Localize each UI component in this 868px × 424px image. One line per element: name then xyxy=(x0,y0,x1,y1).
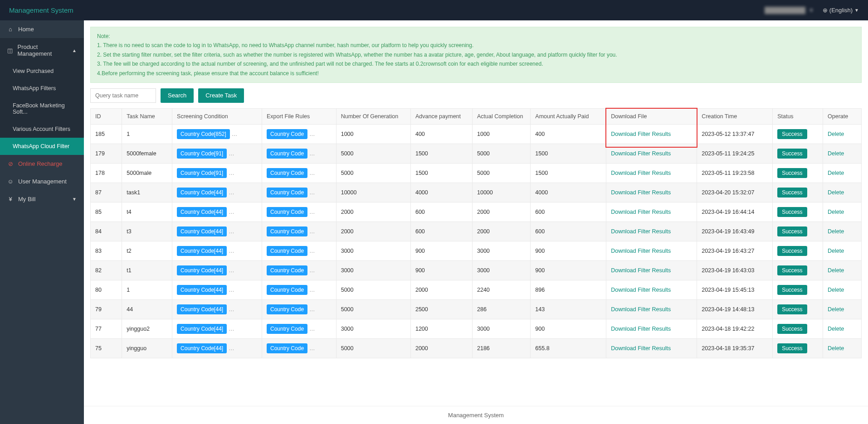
nav-various-account-filters[interactable]: Various Account Filters xyxy=(0,120,84,138)
cell-task: t1 xyxy=(122,260,172,280)
cell-screening: Country Code[44]… xyxy=(172,319,262,338)
create-task-button[interactable]: Create Task xyxy=(198,88,244,103)
delete-link[interactable]: Delete xyxy=(828,170,844,176)
cell-status: Success xyxy=(773,338,823,358)
export-tag[interactable]: Country Code xyxy=(267,324,307,334)
screening-tag[interactable]: Country Code[91] xyxy=(177,149,227,159)
delete-link[interactable]: Delete xyxy=(828,131,844,137)
screening-tag[interactable]: Country Code[44] xyxy=(177,265,227,275)
screening-tag[interactable]: Country Code[852] xyxy=(177,129,230,139)
export-tag[interactable]: Country Code xyxy=(267,285,307,295)
delete-link[interactable]: Delete xyxy=(828,267,844,274)
screening-tag[interactable]: Country Code[44] xyxy=(177,324,227,334)
cell-download: Download Filter Results xyxy=(606,280,697,299)
chevron-up-icon: ▲ xyxy=(72,48,77,53)
screening-tag[interactable]: Country Code[44] xyxy=(177,285,227,295)
nav-home[interactable]: ⌂ Home xyxy=(0,20,84,38)
cell-download: Download Filter Results xyxy=(606,338,697,358)
ellipsis-icon: … xyxy=(309,267,315,274)
screening-tag[interactable]: Country Code[44] xyxy=(177,207,227,217)
cell-act: 5000 xyxy=(473,144,531,163)
cell-time: 2023-05-11 19:23:58 xyxy=(697,163,773,183)
cell-operate: Delete xyxy=(823,183,862,202)
status-badge: Success xyxy=(777,168,807,178)
col-download-file: Download File xyxy=(606,108,697,124)
table-row: 83t2Country Code[44]…Country Code…300090… xyxy=(91,241,862,260)
nav-facebook-marketing[interactable]: FaceBook Marketing Soft... xyxy=(0,97,84,120)
download-filter-results-link[interactable]: Download Filter Results xyxy=(611,267,671,274)
nav-label: WhatsApp Cloud Filter xyxy=(13,143,69,149)
delete-link[interactable]: Delete xyxy=(828,306,844,313)
screening-tag[interactable]: Country Code[44] xyxy=(177,246,227,256)
delete-link[interactable]: Delete xyxy=(828,248,844,254)
export-tag[interactable]: Country Code xyxy=(267,188,307,198)
export-tag[interactable]: Country Code xyxy=(267,265,307,275)
download-filter-results-link[interactable]: Download Filter Results xyxy=(611,306,671,313)
cell-download: Download Filter Results xyxy=(606,260,697,280)
nav-whatsapp-cloud-filter[interactable]: WhatsApp Cloud Filter xyxy=(0,138,84,155)
export-tag[interactable]: Country Code xyxy=(267,343,307,353)
screening-tag[interactable]: Country Code[44] xyxy=(177,226,227,236)
delete-link[interactable]: Delete xyxy=(828,189,844,196)
delete-link[interactable]: Delete xyxy=(828,345,844,352)
download-filter-results-link[interactable]: Download Filter Results xyxy=(611,345,671,352)
screening-tag[interactable]: Country Code[91] xyxy=(177,168,227,178)
nav-view-purchased[interactable]: View Purchased xyxy=(0,63,84,80)
nav-whatsapp-filters[interactable]: WhatsApp Filters xyxy=(0,80,84,97)
nav-product-management[interactable]: ◫ Product Management ▲ xyxy=(0,38,84,63)
screening-tag[interactable]: Country Code[44] xyxy=(177,343,227,353)
cell-adv: 2500 xyxy=(410,299,472,319)
search-button[interactable]: Search xyxy=(161,88,194,103)
nav-user-management[interactable]: ☺ User Management xyxy=(0,173,84,190)
cell-time: 2023-04-19 16:44:14 xyxy=(697,202,773,222)
ellipsis-icon: … xyxy=(229,170,234,176)
export-tag[interactable]: Country Code xyxy=(267,149,307,159)
user-menu[interactable]: ▼ xyxy=(765,7,814,14)
cell-screening: Country Code[44]… xyxy=(172,338,262,358)
cell-status: Success xyxy=(773,163,823,183)
col-status: Status xyxy=(773,108,823,124)
download-filter-results-link[interactable]: Download Filter Results xyxy=(611,287,671,293)
export-tag[interactable]: Country Code xyxy=(267,304,307,314)
delete-link[interactable]: Delete xyxy=(828,150,844,157)
language-selector[interactable]: ⊕ (English) ▼ xyxy=(823,7,859,14)
cell-operate: Delete xyxy=(823,241,862,260)
export-tag[interactable]: Country Code xyxy=(267,129,307,139)
download-filter-results-link[interactable]: Download Filter Results xyxy=(611,228,671,235)
table-row: 801Country Code[44]…Country Code…5000200… xyxy=(91,280,862,299)
cell-download: Download Filter Results xyxy=(606,124,697,144)
ellipsis-icon: … xyxy=(229,345,234,352)
nav-my-bill[interactable]: ¥ My Bill ▼ xyxy=(0,190,84,208)
ellipsis-icon: … xyxy=(309,248,315,254)
delete-link[interactable]: Delete xyxy=(828,287,844,293)
download-filter-results-link[interactable]: Download Filter Results xyxy=(611,131,671,137)
export-tag[interactable]: Country Code xyxy=(267,207,307,217)
download-filter-results-link[interactable]: Download Filter Results xyxy=(611,248,671,254)
download-filter-results-link[interactable]: Download Filter Results xyxy=(611,326,671,332)
download-filter-results-link[interactable]: Download Filter Results xyxy=(611,189,671,196)
download-filter-results-link[interactable]: Download Filter Results xyxy=(611,150,671,157)
cell-status: Success xyxy=(773,202,823,222)
screening-tag[interactable]: Country Code[44] xyxy=(177,304,227,314)
cell-export: Country Code… xyxy=(262,319,336,338)
cell-export: Country Code… xyxy=(262,241,336,260)
export-tag[interactable]: Country Code xyxy=(267,246,307,256)
cell-task: t3 xyxy=(122,222,172,241)
cell-operate: Delete xyxy=(823,280,862,299)
cell-gen: 3000 xyxy=(336,241,410,260)
export-tag[interactable]: Country Code xyxy=(267,168,307,178)
nav-online-recharge[interactable]: ⊘ Online Recharge xyxy=(0,155,84,173)
screening-tag[interactable]: Country Code[44] xyxy=(177,188,227,198)
delete-link[interactable]: Delete xyxy=(828,228,844,235)
cell-adv: 1500 xyxy=(410,163,472,183)
delete-link[interactable]: Delete xyxy=(828,209,844,215)
download-filter-results-link[interactable]: Download Filter Results xyxy=(611,209,671,215)
cell-id: 185 xyxy=(91,124,122,144)
query-task-input[interactable] xyxy=(90,88,156,103)
brand-title: Management System xyxy=(9,6,73,14)
delete-link[interactable]: Delete xyxy=(828,326,844,332)
ellipsis-icon: … xyxy=(309,150,315,157)
download-filter-results-link[interactable]: Download Filter Results xyxy=(611,170,671,176)
export-tag[interactable]: Country Code xyxy=(267,226,307,236)
cell-amt: 900 xyxy=(531,319,606,338)
